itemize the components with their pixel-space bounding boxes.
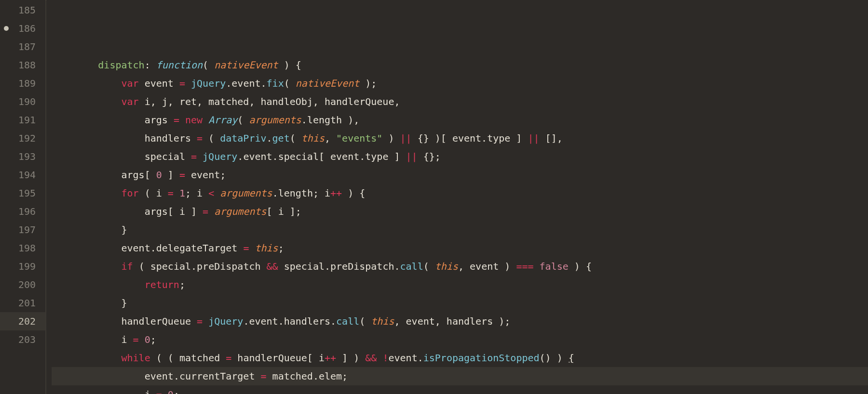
code-token: ( i (139, 187, 168, 199)
code-token: . (150, 242, 156, 254)
code-token: . (481, 132, 487, 144)
code-line[interactable]: var event = jQuery.event.fix( nativeEven… (52, 74, 868, 92)
line-number[interactable]: 190 (0, 92, 45, 111)
line-number[interactable]: 195 (0, 184, 45, 202)
code-line[interactable]: } (52, 221, 868, 239)
code-token: call (400, 261, 423, 272)
code-token (534, 261, 540, 272)
code-token: . (261, 78, 267, 89)
line-number-gutter[interactable]: 1851861871881891901911921931941951961971… (0, 0, 45, 394)
code-line[interactable]: handlers = ( dataPriv.get( this, "events… (52, 129, 868, 147)
code-token: , (325, 132, 336, 144)
code-token: get (272, 132, 290, 144)
code-token: handlers (52, 132, 197, 144)
code-token: type ] (365, 151, 406, 162)
code-token: ; i (185, 187, 208, 199)
code-line[interactable]: if ( special.preDispatch && special.preD… (52, 257, 868, 276)
code-line[interactable]: event.delegateTarget = this; (52, 239, 868, 257)
line-number[interactable]: 198 (0, 239, 45, 257)
code-token: 0 (145, 334, 150, 345)
code-token: for (122, 187, 139, 199)
code-token: . (272, 187, 278, 199)
code-token: = (197, 132, 203, 144)
code-line[interactable]: j = 0; (52, 385, 868, 394)
code-token: = (179, 78, 185, 89)
code-line[interactable]: } (52, 294, 868, 312)
code-token: special (278, 261, 325, 272)
code-token: ( special (133, 261, 191, 272)
code-token: j (52, 389, 156, 394)
code-area[interactable]: dispatch: function( nativeEvent ) { var … (45, 0, 868, 394)
code-token: while (122, 352, 150, 364)
line-number[interactable]: 189 (0, 74, 45, 92)
code-token: . (272, 151, 278, 162)
code-token: . (278, 315, 284, 327)
line-number[interactable]: 187 (0, 38, 45, 56)
code-token: || (528, 132, 539, 144)
code-token: this (435, 261, 458, 272)
code-editor[interactable]: 1851861871881891901911921931941951961971… (0, 0, 868, 394)
code-token: new (185, 114, 203, 126)
code-token: ( ( matched (150, 352, 226, 364)
line-number[interactable]: 188 (0, 56, 45, 74)
code-token: event (139, 78, 179, 89)
code-token: = (203, 206, 208, 217)
line-number[interactable]: 199 (0, 257, 45, 276)
code-token: ( (423, 261, 435, 272)
line-number[interactable]: 185 (0, 1, 45, 19)
code-token: ) { (342, 187, 365, 199)
code-token: ! (382, 352, 388, 364)
line-number[interactable]: 186 (0, 19, 45, 38)
code-token: [ i ]; (267, 206, 301, 217)
code-token (203, 315, 208, 327)
code-token: handlers (284, 315, 330, 327)
code-line[interactable]: event.currentTarget = matched.elem; (52, 367, 868, 385)
code-token: . (330, 315, 336, 327)
code-line[interactable]: dispatch: function( nativeEvent ) { (52, 56, 868, 74)
code-line[interactable]: args[ i ] = arguments[ i ]; (52, 202, 868, 221)
code-token (52, 59, 98, 71)
line-number[interactable]: 196 (0, 202, 45, 221)
code-token: = (191, 151, 197, 162)
code-token: = (174, 114, 179, 126)
code-line[interactable]: args = new Array( arguments.length ), (52, 111, 868, 129)
code-token: var (122, 78, 139, 89)
code-line[interactable]: var i, j, ret, matched, handleObj, handl… (52, 92, 868, 111)
line-number[interactable]: 201 (0, 294, 45, 312)
code-line[interactable]: while ( ( matched = handlerQueue[ i++ ] … (52, 349, 868, 367)
line-number[interactable]: 192 (0, 129, 45, 147)
code-line[interactable]: return; (52, 276, 868, 294)
code-token: "events" (336, 132, 382, 144)
code-token (162, 389, 168, 394)
code-token: . (418, 352, 423, 364)
line-number[interactable]: 191 (0, 111, 45, 129)
line-number[interactable]: 194 (0, 166, 45, 184)
code-token: = (261, 370, 267, 382)
code-token (52, 261, 122, 272)
code-token: . (191, 261, 197, 272)
code-token: = (168, 187, 174, 199)
code-token: = (156, 389, 162, 394)
line-number[interactable]: 197 (0, 221, 45, 239)
code-line[interactable]: special = jQuery.event.special[ event.ty… (52, 147, 868, 166)
code-line[interactable]: handlerQueue = jQuery.event.handlers.cal… (52, 312, 868, 330)
line-number[interactable]: 203 (0, 330, 45, 349)
code-token: ), (342, 114, 359, 126)
code-token: args (52, 114, 174, 126)
code-token: } (52, 224, 127, 236)
line-number[interactable]: 202 (0, 312, 45, 330)
code-token: handlerQueue[ i (231, 352, 325, 364)
code-token: && (365, 352, 377, 364)
code-line[interactable]: i = 0; (52, 330, 868, 349)
code-token: args[ i ] (52, 206, 203, 217)
code-line[interactable]: for ( i = 1; i < arguments.length; i++ )… (52, 184, 868, 202)
code-token: ) { (569, 261, 592, 272)
code-token: event; (185, 169, 226, 181)
line-number[interactable]: 200 (0, 276, 45, 294)
line-number[interactable]: 193 (0, 147, 45, 166)
code-token (52, 78, 122, 89)
code-token: {}; (418, 151, 441, 162)
code-token: 1 (179, 187, 185, 199)
code-line[interactable]: args[ 0 ] = event; (52, 166, 868, 184)
code-token: = (243, 242, 249, 254)
